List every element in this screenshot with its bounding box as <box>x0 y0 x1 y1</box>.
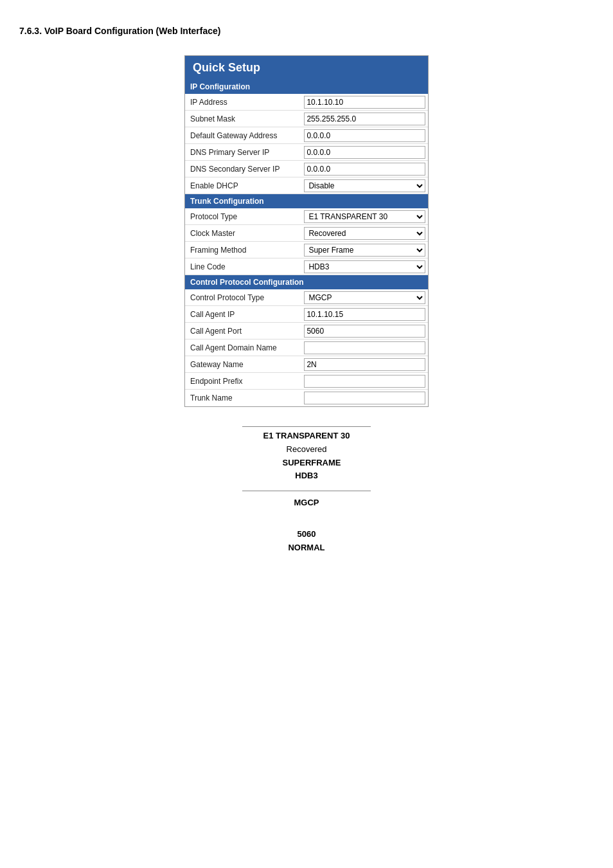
value-clock-master: Recovered <box>301 226 428 241</box>
row-endpoint-prefix: Endpoint Prefix <box>185 373 428 390</box>
value-gateway-name <box>301 357 428 372</box>
quick-setup-title: Quick Setup <box>185 56 428 80</box>
row-protocol-type: Protocol Type E1 TRANSPARENT 30 <box>185 208 428 225</box>
value-ip-address <box>301 95 428 110</box>
label-call-agent-port: Call Agent Port <box>185 325 301 338</box>
label-endpoint-prefix: Endpoint Prefix <box>185 375 301 388</box>
select-enable-dhcp[interactable]: Disable Enable <box>304 179 425 192</box>
label-framing-method: Framing Method <box>185 244 301 257</box>
value-protocol-type: E1 TRANSPARENT 30 <box>301 209 428 224</box>
input-call-agent-ip[interactable] <box>304 308 425 321</box>
annotation-normal: NORMAL <box>184 541 429 555</box>
value-dns-secondary <box>301 161 428 177</box>
row-dns-primary: DNS Primary Server IP <box>185 144 428 161</box>
row-framing-method: Framing Method Super Frame <box>185 242 428 258</box>
input-call-agent-domain-name[interactable] <box>304 341 425 354</box>
label-subnet-mask: Subnet Mask <box>185 113 301 125</box>
value-call-agent-ip <box>301 307 428 322</box>
input-dns-secondary[interactable] <box>304 163 425 176</box>
select-protocol-type[interactable]: E1 TRANSPARENT 30 <box>304 210 425 223</box>
spacer-1 <box>184 518 429 528</box>
label-dns-secondary: DNS Secondary Server IP <box>185 163 301 176</box>
select-framing-method[interactable]: Super Frame <box>304 244 425 257</box>
select-clock-master[interactable]: Recovered <box>304 227 425 240</box>
select-line-code[interactable]: HDB3 <box>304 260 425 273</box>
input-ip-address[interactable] <box>304 96 425 109</box>
label-control-protocol-type: Control Protocol Type <box>185 291 301 304</box>
separator-line-1 <box>242 426 371 427</box>
separator-line-2 <box>242 491 371 491</box>
row-gateway-name: Gateway Name <box>185 356 428 373</box>
row-line-code: Line Code HDB3 <box>185 258 428 275</box>
annotation-superframe: SUPERFRAME <box>184 457 429 470</box>
annotation-block: E1 TRANSPARENT 30 Recovered SUPERFRAME H… <box>184 426 429 555</box>
label-dns-primary: DNS Primary Server IP <box>185 146 301 159</box>
value-enable-dhcp: Disable Enable <box>301 178 428 194</box>
input-endpoint-prefix[interactable] <box>304 375 425 388</box>
annotation-group-2: MGCP <box>184 496 429 510</box>
value-call-agent-port <box>301 323 428 339</box>
annotation-5060: 5060 <box>184 528 429 541</box>
row-trunk-name: Trunk Name <box>185 390 428 406</box>
label-gateway-name: Gateway Name <box>185 358 301 371</box>
quick-setup-form: Quick Setup IP Configuration IP Address … <box>184 55 429 407</box>
section-trunk-configuration: Trunk Configuration <box>185 194 428 208</box>
annotation-group-1: E1 TRANSPARENT 30 Recovered SUPERFRAME H… <box>184 429 429 483</box>
label-call-agent-domain-name: Call Agent Domain Name <box>185 341 301 354</box>
section-control-protocol-configuration: Control Protocol Configuration <box>185 275 428 289</box>
label-protocol-type: Protocol Type <box>185 210 301 223</box>
label-call-agent-ip: Call Agent IP <box>185 308 301 321</box>
annotation-recovered: Recovered <box>184 443 429 457</box>
label-enable-dhcp: Enable DHCP <box>185 179 301 192</box>
label-ip-address: IP Address <box>185 96 301 109</box>
annotation-e1transparent: E1 TRANSPARENT 30 <box>184 429 429 443</box>
annotation-group-3: 5060 NORMAL <box>184 528 429 555</box>
annotation-mgcp: MGCP <box>184 496 429 510</box>
input-trunk-name[interactable] <box>304 392 425 404</box>
label-line-code: Line Code <box>185 260 301 273</box>
value-control-protocol-type: MGCP <box>301 290 428 305</box>
page-heading: 7.6.3. VoIP Board Configuration (Web Int… <box>19 26 594 36</box>
value-default-gateway <box>301 128 428 143</box>
input-gateway-name[interactable] <box>304 358 425 371</box>
value-dns-primary <box>301 145 428 160</box>
label-default-gateway: Default Gateway Address <box>185 129 301 142</box>
row-dns-secondary: DNS Secondary Server IP <box>185 161 428 177</box>
input-default-gateway[interactable] <box>304 129 425 142</box>
input-subnet-mask[interactable] <box>304 113 425 125</box>
row-call-agent-port: Call Agent Port <box>185 323 428 339</box>
value-framing-method: Super Frame <box>301 242 428 258</box>
row-enable-dhcp: Enable DHCP Disable Enable <box>185 177 428 194</box>
row-control-protocol-type: Control Protocol Type MGCP <box>185 289 428 306</box>
row-call-agent-ip: Call Agent IP <box>185 306 428 323</box>
row-default-gateway: Default Gateway Address <box>185 127 428 144</box>
value-call-agent-domain-name <box>301 340 428 356</box>
row-clock-master: Clock Master Recovered <box>185 225 428 242</box>
select-control-protocol-type[interactable]: MGCP <box>304 291 425 304</box>
input-call-agent-port[interactable] <box>304 325 425 338</box>
label-clock-master: Clock Master <box>185 227 301 240</box>
row-call-agent-domain-name: Call Agent Domain Name <box>185 339 428 356</box>
row-subnet-mask: Subnet Mask <box>185 111 428 127</box>
section-ip-configuration: IP Configuration <box>185 80 428 94</box>
value-endpoint-prefix <box>301 374 428 389</box>
value-subnet-mask <box>301 111 428 127</box>
label-trunk-name: Trunk Name <box>185 392 301 404</box>
annotation-hdb3: HDB3 <box>184 469 429 483</box>
input-dns-primary[interactable] <box>304 146 425 159</box>
value-line-code: HDB3 <box>301 259 428 275</box>
row-ip-address: IP Address <box>185 94 428 111</box>
value-trunk-name <box>301 390 428 406</box>
